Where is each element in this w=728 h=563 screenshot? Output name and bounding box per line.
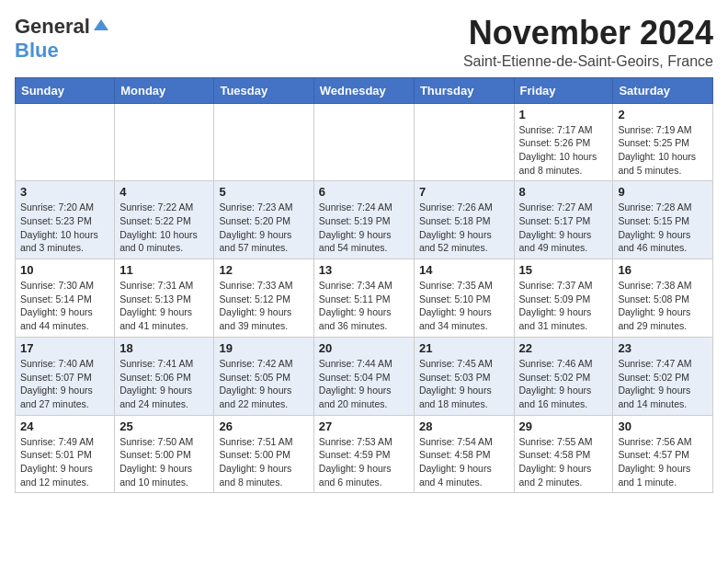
calendar-day-cell: 4Sunrise: 7:22 AM Sunset: 5:22 PM Daylig… [115,181,214,259]
day-info: Sunrise: 7:42 AM Sunset: 5:05 PM Dayligh… [219,357,308,411]
day-info: Sunrise: 7:45 AM Sunset: 5:03 PM Dayligh… [419,357,509,411]
calendar-day-cell: 6Sunrise: 7:24 AM Sunset: 5:19 PM Daylig… [313,181,414,259]
calendar-weekday-header: Friday [514,77,613,103]
calendar-day-cell: 17Sunrise: 7:40 AM Sunset: 5:07 PM Dayli… [16,337,115,415]
calendar-day-cell: 27Sunrise: 7:53 AM Sunset: 4:59 PM Dayli… [313,415,414,493]
day-info: Sunrise: 7:27 AM Sunset: 5:17 PM Dayligh… [519,201,609,255]
calendar-week-row: 1Sunrise: 7:17 AM Sunset: 5:26 PM Daylig… [16,103,713,181]
day-number: 3 [20,185,109,199]
calendar-day-cell: 7Sunrise: 7:26 AM Sunset: 5:18 PM Daylig… [414,181,514,259]
calendar-day-cell: 25Sunrise: 7:50 AM Sunset: 5:00 PM Dayli… [115,415,214,493]
calendar-day-cell: 19Sunrise: 7:42 AM Sunset: 5:05 PM Dayli… [214,337,313,415]
day-number: 28 [419,419,509,433]
calendar-day-cell: 15Sunrise: 7:37 AM Sunset: 5:09 PM Dayli… [514,259,613,338]
day-info: Sunrise: 7:38 AM Sunset: 5:08 PM Dayligh… [618,279,708,333]
calendar-weekday-header: Monday [115,77,214,103]
day-info: Sunrise: 7:30 AM Sunset: 5:14 PM Dayligh… [20,279,109,333]
day-number: 23 [618,341,708,355]
calendar-weekday-header: Wednesday [313,77,414,103]
day-info: Sunrise: 7:23 AM Sunset: 5:20 PM Dayligh… [219,201,308,255]
day-info: Sunrise: 7:34 AM Sunset: 5:11 PM Dayligh… [319,279,409,333]
day-info: Sunrise: 7:46 AM Sunset: 5:02 PM Dayligh… [519,357,609,411]
day-info: Sunrise: 7:55 AM Sunset: 4:58 PM Dayligh… [519,435,609,489]
calendar-day-cell [214,103,313,181]
day-number: 9 [618,185,708,199]
calendar-day-cell [16,103,115,181]
calendar-day-cell: 23Sunrise: 7:47 AM Sunset: 5:02 PM Dayli… [613,337,713,415]
day-info: Sunrise: 7:17 AM Sunset: 5:26 PM Dayligh… [519,123,609,178]
day-info: Sunrise: 7:49 AM Sunset: 5:01 PM Dayligh… [20,435,109,489]
calendar-day-cell: 24Sunrise: 7:49 AM Sunset: 5:01 PM Dayli… [16,415,115,493]
calendar-day-cell [115,103,214,181]
day-number: 22 [519,341,609,355]
calendar-day-cell [313,103,414,181]
calendar-weekday-header: Tuesday [214,77,313,103]
day-number: 5 [219,185,308,199]
day-info: Sunrise: 7:54 AM Sunset: 4:58 PM Dayligh… [419,435,509,489]
day-info: Sunrise: 7:44 AM Sunset: 5:04 PM Dayligh… [319,357,409,411]
day-number: 6 [319,185,409,199]
day-number: 20 [319,341,409,355]
calendar-day-cell: 5Sunrise: 7:23 AM Sunset: 5:20 PM Daylig… [214,181,313,259]
day-number: 15 [519,263,609,277]
day-info: Sunrise: 7:28 AM Sunset: 5:15 PM Dayligh… [618,201,708,255]
day-info: Sunrise: 7:40 AM Sunset: 5:07 PM Dayligh… [20,357,109,411]
svg-marker-0 [94,19,108,30]
logo-general-text: General [15,15,90,39]
day-number: 11 [119,263,209,277]
calendar-body: 1Sunrise: 7:17 AM Sunset: 5:26 PM Daylig… [16,103,713,493]
calendar-day-cell: 30Sunrise: 7:56 AM Sunset: 4:57 PM Dayli… [613,415,713,493]
page-header: General Blue November 2024 Saint-Etienne… [15,15,713,70]
day-info: Sunrise: 7:22 AM Sunset: 5:22 PM Dayligh… [119,201,209,255]
day-number: 2 [618,108,708,121]
day-number: 30 [618,419,708,433]
calendar-week-row: 17Sunrise: 7:40 AM Sunset: 5:07 PM Dayli… [16,337,713,415]
day-info: Sunrise: 7:56 AM Sunset: 4:57 PM Dayligh… [618,435,708,489]
location-title: Saint-Etienne-de-Saint-Geoirs, France [463,53,713,70]
calendar-week-row: 10Sunrise: 7:30 AM Sunset: 5:14 PM Dayli… [16,259,713,338]
calendar-day-cell: 2Sunrise: 7:19 AM Sunset: 5:25 PM Daylig… [613,103,713,181]
day-info: Sunrise: 7:20 AM Sunset: 5:23 PM Dayligh… [20,201,109,255]
calendar-day-cell: 18Sunrise: 7:41 AM Sunset: 5:06 PM Dayli… [115,337,214,415]
logo-icon [92,17,110,36]
calendar-week-row: 24Sunrise: 7:49 AM Sunset: 5:01 PM Dayli… [16,415,713,493]
day-info: Sunrise: 7:37 AM Sunset: 5:09 PM Dayligh… [519,279,609,333]
calendar-day-cell: 29Sunrise: 7:55 AM Sunset: 4:58 PM Dayli… [514,415,613,493]
logo-blue-text: Blue [15,39,59,63]
day-number: 8 [519,185,609,199]
calendar-weekday-header: Sunday [16,77,115,103]
day-number: 18 [119,341,209,355]
calendar-day-cell: 3Sunrise: 7:20 AM Sunset: 5:23 PM Daylig… [16,181,115,259]
day-info: Sunrise: 7:26 AM Sunset: 5:18 PM Dayligh… [419,201,509,255]
day-info: Sunrise: 7:24 AM Sunset: 5:19 PM Dayligh… [319,201,409,255]
day-number: 25 [119,419,209,433]
calendar-day-cell: 12Sunrise: 7:33 AM Sunset: 5:12 PM Dayli… [214,259,313,338]
day-info: Sunrise: 7:51 AM Sunset: 5:00 PM Dayligh… [219,435,308,489]
calendar-day-cell: 14Sunrise: 7:35 AM Sunset: 5:10 PM Dayli… [414,259,514,338]
calendar-day-cell: 9Sunrise: 7:28 AM Sunset: 5:15 PM Daylig… [613,181,713,259]
day-number: 19 [219,341,308,355]
day-info: Sunrise: 7:35 AM Sunset: 5:10 PM Dayligh… [419,279,509,333]
calendar-day-cell: 8Sunrise: 7:27 AM Sunset: 5:17 PM Daylig… [514,181,613,259]
day-number: 10 [20,263,109,277]
calendar-day-cell: 28Sunrise: 7:54 AM Sunset: 4:58 PM Dayli… [414,415,514,493]
calendar-day-cell: 1Sunrise: 7:17 AM Sunset: 5:26 PM Daylig… [514,103,613,181]
day-number: 12 [219,263,308,277]
day-number: 13 [319,263,409,277]
logo: General Blue [15,15,110,63]
calendar-table: SundayMondayTuesdayWednesdayThursdayFrid… [15,77,713,494]
calendar-day-cell: 26Sunrise: 7:51 AM Sunset: 5:00 PM Dayli… [214,415,313,493]
day-number: 21 [419,341,509,355]
calendar-day-cell: 16Sunrise: 7:38 AM Sunset: 5:08 PM Dayli… [613,259,713,338]
calendar-week-row: 3Sunrise: 7:20 AM Sunset: 5:23 PM Daylig… [16,181,713,259]
day-number: 27 [319,419,409,433]
calendar-weekday-header: Thursday [414,77,514,103]
title-section: November 2024 Saint-Etienne-de-Saint-Geo… [463,15,713,70]
calendar-day-cell: 10Sunrise: 7:30 AM Sunset: 5:14 PM Dayli… [16,259,115,338]
day-number: 24 [20,419,109,433]
day-info: Sunrise: 7:53 AM Sunset: 4:59 PM Dayligh… [319,435,409,489]
day-number: 1 [519,108,609,121]
day-number: 26 [219,419,308,433]
calendar-day-cell: 20Sunrise: 7:44 AM Sunset: 5:04 PM Dayli… [313,337,414,415]
calendar-weekday-header: Saturday [613,77,713,103]
